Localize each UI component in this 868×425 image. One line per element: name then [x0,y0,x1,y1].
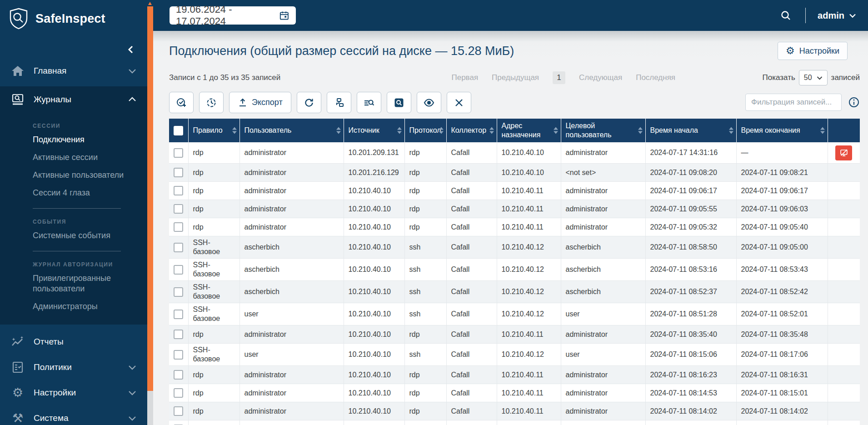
row-checkbox[interactable] [174,287,183,297]
table-row[interactable]: rdpadministrator10.210.40.10rdpCafall10.… [169,200,860,218]
row-checkbox[interactable] [174,350,183,360]
column-header[interactable]: Адрес назначения [497,119,561,142]
logo[interactable]: SafeInspect [0,0,147,33]
row-checkbox[interactable] [174,388,183,398]
sidebar-scrollbar[interactable] [147,0,153,425]
pagination-next[interactable]: Следующая [579,73,622,82]
info-icon[interactable] [848,96,860,108]
sidebar-subitem[interactable]: Активные сессии [33,149,134,166]
row-checkbox[interactable] [174,310,183,319]
pagination-first[interactable]: Первая [451,73,478,82]
column-header[interactable]: Протокол [404,119,446,142]
pagination-last[interactable]: Последняя [636,73,675,82]
cell-user: user [239,303,344,325]
column-header[interactable]: Пользователь [239,119,344,142]
row-checkbox[interactable] [174,222,183,232]
sidebar-subitem[interactable]: Сессии 4 глаза [33,184,134,202]
table-row[interactable]: rdpadministrator10.210.40.10rdpCafall10.… [169,402,860,420]
sidebar-item-system[interactable]: ⚒ Система [0,405,147,425]
column-header[interactable]: Источник [344,119,404,142]
table-row[interactable]: SSH-базовоеascherbich10.210.40.10sshCafa… [169,236,860,259]
network-button[interactable] [327,92,351,113]
table-row[interactable]: rdpadministrator10.210.40.10rdpCafall10.… [169,384,860,402]
user-menu[interactable]: admin [818,10,856,21]
cell-user: user [239,344,344,366]
disconnect-session-button[interactable] [835,145,852,160]
row-checkbox[interactable] [174,330,183,339]
sort-icon[interactable] [489,127,494,134]
session-search-button[interactable] [387,92,411,113]
table-row[interactable]: rdpadministrator10.201.216.129rdpCafall1… [169,164,860,182]
sort-icon[interactable] [820,127,825,134]
column-header[interactable]: Коллектор [446,119,497,142]
scrollbar-thumb[interactable] [147,6,153,391]
sidebar-item-home[interactable]: Главная [0,58,147,84]
sidebar-subitem[interactable]: Привилегированные пользователи [33,270,134,298]
row-checkbox[interactable] [174,370,183,380]
table-row[interactable]: SSH-базовоеascherbich10.210.40.10sshCafa… [169,259,860,281]
sidebar-item-policies[interactable]: Политики [0,355,147,380]
row-checkbox[interactable] [174,186,183,195]
column-header[interactable]: Время окончания [736,119,828,142]
row-checkbox[interactable] [174,406,183,416]
sort-icon[interactable] [554,127,558,134]
table-row[interactable]: SSH-базовоеuser10.210.40.10sshCafall10.2… [169,303,860,325]
sort-icon[interactable] [729,127,733,134]
cell-protocol: rdp [404,402,446,420]
export-button[interactable]: Экспорт [229,92,291,113]
cell-target_user: administrator [561,366,645,384]
chevron-down-icon [128,390,136,395]
sort-icon[interactable] [232,127,237,134]
view-button[interactable] [417,92,441,113]
table-row[interactable]: rdpadministrator10.210.40.10rdpCafall10.… [169,420,860,425]
list-search-button[interactable] [357,92,381,113]
sidebar-item-settings[interactable]: ⚙ Настройки [0,380,147,405]
cell-end: 2024-07-11 09:08:21 [736,164,828,182]
sidebar-item-label: Политики [34,362,128,372]
table-row[interactable]: rdpadministrator10.210.40.10rdpCafall10.… [169,325,860,344]
filter-input[interactable] [745,94,842,111]
collapse-sidebar-icon[interactable] [126,45,135,55]
sidebar-subitem[interactable]: Активные пользователи [33,166,134,184]
history-button[interactable] [199,92,224,113]
table-settings-button[interactable]: ⚙ Настройки [778,42,848,60]
sidebar-item-journals[interactable]: Журналы [0,86,147,113]
table-row[interactable]: rdpadministrator10.201.209.131rdpCafall1… [169,142,860,164]
sort-icon[interactable] [397,127,402,134]
table-row[interactable]: rdpadministrator10.210.40.10rdpCafall10.… [169,218,860,236]
select-all-checkbox[interactable] [174,126,183,135]
pagination-current-page[interactable]: 1 [553,71,565,84]
refresh-button[interactable] [297,92,321,113]
table-row[interactable]: SSH-базовоеascherbich10.210.40.10sshCafa… [169,281,860,303]
pagination-prev[interactable]: Предыдущая [492,73,539,82]
row-select-cell [169,325,188,344]
scroll-up-arrow[interactable] [148,2,152,5]
table-row[interactable]: rdpadministrator10.210.40.10rdpCafall10.… [169,366,860,384]
table-row[interactable]: rdpadministrator10.210.40.10rdpCafall10.… [169,182,860,200]
clear-button[interactable] [447,92,471,113]
sort-icon[interactable] [336,127,341,134]
cell-dest: 10.210.40.12 [497,259,561,281]
column-header[interactable]: Время начала [645,119,736,142]
table-row[interactable]: SSH-базовоеuser10.210.40.10sshCafall10.2… [169,344,860,366]
sidebar-subitem[interactable]: Администраторы [33,298,134,315]
search-icon[interactable] [780,10,792,21]
row-checkbox[interactable] [174,204,183,214]
sidebar-subitem[interactable]: Подключения [33,131,134,149]
sidebar-subitem[interactable]: Системные события [33,227,134,245]
date-range-picker[interactable]: 19.06.2024 - 17.07.2024 [170,6,296,25]
select-all-header[interactable] [169,119,188,142]
sort-icon[interactable] [439,127,444,134]
row-checkbox[interactable] [174,243,183,252]
cell-rule: SSH-базовое [188,303,239,325]
column-header[interactable]: Целевой пользователь [561,119,645,142]
sidebar-item-reports[interactable]: Отчеты [0,329,147,355]
page-size-select[interactable]: 50 [799,70,828,85]
sort-icon[interactable] [638,127,643,134]
column-header[interactable]: Правило [188,119,239,142]
cell-user: administrator [239,366,344,384]
add-check-button[interactable] [169,92,194,113]
row-checkbox[interactable] [174,265,183,275]
row-checkbox[interactable] [174,168,183,177]
row-checkbox[interactable] [174,148,183,158]
